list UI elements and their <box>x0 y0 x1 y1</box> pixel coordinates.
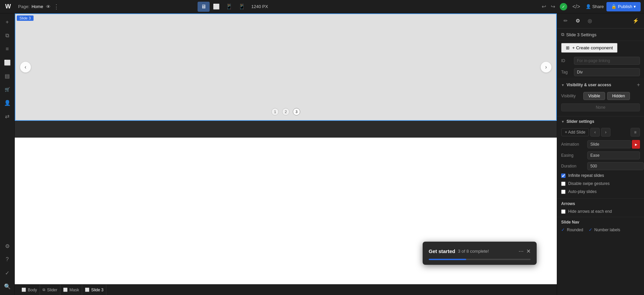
settings-tab[interactable]: ⚙ <box>573 16 583 26</box>
page-info: Page: Home <box>18 4 43 9</box>
autoplay-label[interactable]: Auto-play slides <box>568 189 597 194</box>
get-started-more-btn[interactable]: ··· <box>519 248 524 255</box>
slider-icon: ⧉ <box>43 288 45 292</box>
visibility-section-header[interactable]: ▼ Visibility & user access + <box>557 79 644 91</box>
swipe-checkbox[interactable] <box>561 182 566 186</box>
slide-dot-1[interactable]: 1 <box>271 108 279 115</box>
get-started-panel: Get started 3 of 8 complete! ··· ✕ <box>423 242 537 265</box>
sidebar-settings-icon[interactable]: ⚙ <box>1 240 13 252</box>
id-input[interactable] <box>574 57 640 65</box>
slide-settings-header: ⧉ Slide 3 Settings <box>557 29 644 41</box>
below-slider-area <box>15 138 557 295</box>
duration-input[interactable] <box>587 162 644 170</box>
visibility-section-title: Visibility & user access <box>567 83 635 87</box>
id-row: ID <box>557 55 644 67</box>
hide-arrows-label[interactable]: Hide arrows at each end <box>568 209 612 214</box>
px-display: 1240 PX <box>251 4 268 9</box>
visibility-add-icon[interactable]: + <box>637 82 640 88</box>
style-tab[interactable]: ✏ <box>560 16 571 26</box>
tag-label: Tag <box>561 70 571 75</box>
desktop-device-btn[interactable]: 🖥 <box>198 2 210 12</box>
slider-settings-section: ▼ Slider settings + Add Slide ‹ › ≡ Anim… <box>557 116 644 199</box>
create-component-label: + Create component <box>572 45 613 50</box>
none-button[interactable]: None <box>561 103 640 111</box>
breadcrumb-mask[interactable]: ⬜ Mask <box>60 285 82 295</box>
tag-select[interactable]: Div Section Article Aside Header Footer … <box>574 68 640 76</box>
tablet-landscape-btn[interactable]: ⬜ <box>210 2 222 12</box>
publish-button[interactable]: 🔒 Publish ▾ <box>606 2 641 11</box>
interactions-tab[interactable]: ◎ <box>585 16 595 26</box>
breadcrumb-slider[interactable]: ⧉ Slider <box>40 285 60 295</box>
number-labels-check: ✓ Number labels <box>589 227 620 232</box>
mobile-device-btn[interactable]: 📱 <box>236 2 248 12</box>
autoplay-checkbox[interactable] <box>561 190 566 194</box>
slide-settings-icon: ⧉ <box>561 32 564 37</box>
rounded-label: Rounded <box>567 228 583 232</box>
breadcrumb-slider-label: Slider <box>47 288 57 292</box>
sidebar-ecommerce-icon[interactable]: 🛒 <box>1 83 13 95</box>
slide-next-arrow[interactable]: › <box>541 62 551 72</box>
swipe-gestures-row: Disable swipe gestures <box>557 180 644 188</box>
main-area: + ⧉ ≡ ⬜ ▤ 🛒 👤 ⇄ ⚙ ? ✓ 🔍 Slide 3 ‹ › 1 2 … <box>0 13 644 295</box>
redo-button[interactable]: ↪ <box>549 2 557 11</box>
add-slide-button[interactable]: + Add Slide <box>561 128 589 136</box>
sidebar-cms-icon[interactable]: ⬜ <box>1 56 13 68</box>
arrows-section-title: Arrows <box>561 201 575 206</box>
sidebar-integrations-icon[interactable]: ⇄ <box>1 110 13 122</box>
tag-row: Tag Div Section Article Aside Header Foo… <box>557 67 644 79</box>
topbar: W Page: Home 👁 ⋮ 🖥 ⬜ 📱 📱 1240 PX ↩ ↪ ✓ <… <box>0 0 644 13</box>
sidebar-users-icon[interactable]: 👤 <box>1 97 13 109</box>
slide-prev-arrow[interactable]: ‹ <box>20 62 31 72</box>
animation-red-btn[interactable]: ▸ <box>632 140 640 149</box>
canvas-area: Slide 3 ‹ › 1 2 3 Get started 3 of 8 com… <box>15 13 557 295</box>
easing-label: Easing <box>561 153 585 158</box>
tablet-portrait-btn[interactable]: 📱 <box>223 2 235 12</box>
sidebar-add-icon[interactable]: + <box>1 16 13 28</box>
slider-controls-row: + Add Slide ‹ › ≡ <box>557 127 644 139</box>
sidebar-help-icon[interactable]: ? <box>1 253 13 265</box>
slide-dots: 1 2 3 <box>271 108 300 115</box>
preview-icon[interactable]: 👁 <box>46 4 51 9</box>
prev-slide-nav-btn[interactable]: ‹ <box>590 128 600 137</box>
easing-select[interactable]: Ease Linear Ease In Ease Out Ease In Out <box>587 151 640 159</box>
slider-settings-section-header[interactable]: ▼ Slider settings <box>557 116 644 127</box>
slide3-icon: ⬜ <box>85 288 90 292</box>
animation-label: Animation <box>561 142 585 147</box>
breadcrumb-body[interactable]: ⬜ Body <box>19 285 40 295</box>
visibility-chevron-icon: ▼ <box>561 83 565 87</box>
sidebar-assets-icon[interactable]: ▤ <box>1 70 13 82</box>
code-view-button[interactable]: </> <box>570 2 583 11</box>
left-sidebar: + ⧉ ≡ ⬜ ▤ 🛒 👤 ⇄ ⚙ ? ✓ 🔍 <box>0 13 15 295</box>
create-component-button[interactable]: ⊞ + Create component <box>561 43 618 53</box>
infinite-checkbox[interactable] <box>561 174 566 178</box>
slide-dot-2[interactable]: 2 <box>282 108 289 115</box>
swipe-label[interactable]: Disable swipe gestures <box>568 181 609 186</box>
duration-label: Duration <box>561 164 585 168</box>
slide-dot-3[interactable]: 3 <box>293 108 300 115</box>
undo-button[interactable]: ↩ <box>540 2 548 11</box>
slide-list-btn[interactable]: ≡ <box>631 128 640 137</box>
visibility-label: Visibility <box>561 94 581 98</box>
infinite-label[interactable]: Infinite repeat slides <box>568 173 604 178</box>
create-component-row: ⊞ + Create component <box>557 41 644 55</box>
visibility-row: Visibility Visible Hidden <box>557 91 644 101</box>
sidebar-layers-icon[interactable]: ⧉ <box>1 30 13 42</box>
visibility-section: ▼ Visibility & user access + Visibility … <box>557 79 644 116</box>
next-slide-nav-btn[interactable]: › <box>601 128 610 137</box>
breadcrumb-slide3-label: Slide 3 <box>91 288 104 292</box>
more-options-icon[interactable]: ⋮ <box>53 3 59 10</box>
breadcrumb-slide3[interactable]: ⬜ Slide 3 <box>82 285 107 295</box>
lightning-tab[interactable]: ⚡ <box>631 16 641 26</box>
sidebar-pages-icon[interactable]: ≡ <box>1 43 13 55</box>
get-started-close-btn[interactable]: ✕ <box>526 248 531 254</box>
sidebar-search-icon[interactable]: 🔍 <box>1 280 13 292</box>
share-icon: 👤 <box>586 4 591 9</box>
sidebar-tasks-icon[interactable]: ✓ <box>1 267 13 279</box>
hide-arrows-checkbox[interactable] <box>561 209 566 214</box>
visible-button[interactable]: Visible <box>583 92 605 100</box>
arrows-section: Arrows Hide arrows at each end <box>557 199 644 217</box>
hidden-button[interactable]: Hidden <box>607 92 630 100</box>
animation-select[interactable]: Slide Fade Crossfade <box>587 140 631 148</box>
get-started-progress-bar <box>429 259 531 260</box>
share-button[interactable]: 👤 Share <box>586 4 604 9</box>
